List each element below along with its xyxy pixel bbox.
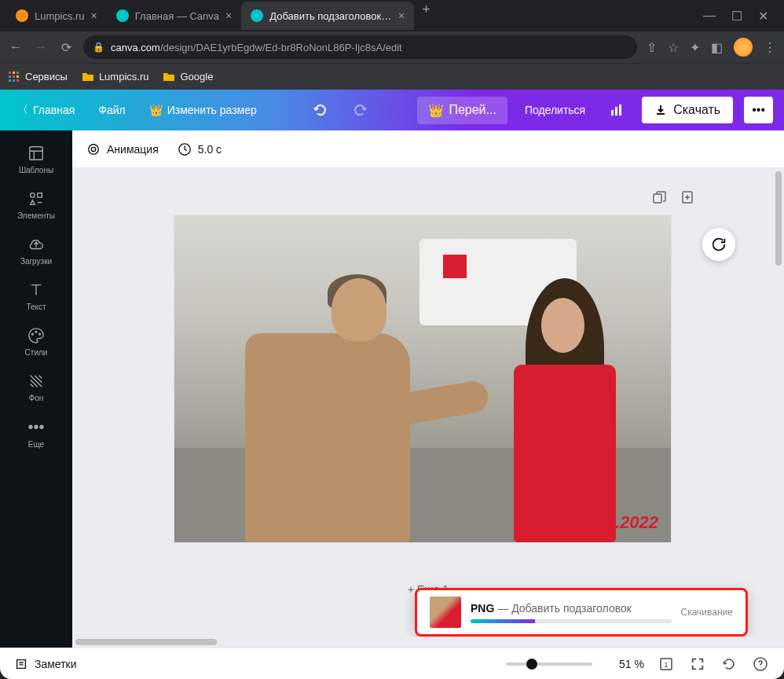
minimize-icon[interactable]: —: [703, 9, 716, 24]
browser-tab[interactable]: Lumpics.ru ×: [6, 2, 107, 30]
horizontal-scrollbar[interactable]: [72, 637, 773, 648]
file-menu[interactable]: Файл: [92, 99, 131, 121]
scrollbar-thumb[interactable]: [775, 171, 782, 266]
zoom-value: 51 %: [605, 658, 644, 670]
help-button[interactable]: [751, 655, 770, 673]
home-button[interactable]: 〈 Главная: [11, 98, 81, 122]
pages-view-button[interactable]: 1: [657, 655, 676, 673]
svg-rect-9: [611, 110, 614, 116]
design-image: 18.01.2022: [174, 215, 671, 542]
zoom-slider[interactable]: [506, 662, 592, 666]
extension-square-icon[interactable]: ◧: [711, 40, 723, 55]
favicon-icon: [16, 9, 28, 22]
profile-avatar[interactable]: [734, 38, 753, 57]
svg-rect-0: [9, 72, 11, 74]
svg-rect-8: [16, 79, 19, 82]
window-controls: — ☐ ✕: [694, 9, 778, 24]
sidebar-item-text[interactable]: Текст: [0, 273, 72, 319]
toast-thumbnail: [430, 596, 461, 628]
share-icon[interactable]: ⇧: [647, 40, 657, 55]
forward-button[interactable]: →: [33, 40, 49, 54]
progress-fill: [471, 619, 535, 623]
svg-point-20: [89, 144, 99, 154]
vertical-scrollbar[interactable]: [773, 168, 784, 637]
folder-icon: [163, 71, 175, 83]
back-button[interactable]: ←: [8, 40, 24, 54]
redo-button[interactable]: [346, 96, 374, 124]
svg-rect-23: [654, 194, 661, 203]
favicon-icon: [251, 9, 263, 22]
browser-tab-active[interactable]: Добавить подзаголовок — 12 ×: [241, 2, 414, 30]
svg-rect-1: [13, 72, 15, 74]
upgrade-button[interactable]: 👑 Перей...: [417, 97, 507, 124]
page-actions: [649, 187, 698, 207]
url-text: canva.com/design/DAE1yrbEgdw/Ed-br8RoNon…: [111, 42, 402, 53]
sidebar-item-uploads[interactable]: Загрузки: [0, 228, 72, 273]
progress-bar: [471, 619, 672, 623]
download-button[interactable]: Скачать: [642, 97, 733, 123]
more-menu[interactable]: •••: [744, 97, 773, 123]
sidebar-item-background[interactable]: Фон: [0, 365, 72, 410]
notes-label: Заметки: [35, 658, 77, 670]
undo-button[interactable]: [306, 96, 335, 124]
duration-button[interactable]: 5.0 с: [178, 142, 222, 156]
duplicate-page-button[interactable]: [649, 187, 669, 207]
url-input[interactable]: 🔒 canva.com/design/DAE1yrbEgdw/Ed-br8RoN…: [83, 35, 637, 59]
browser-tab[interactable]: Главная — Canva ×: [107, 2, 241, 30]
history-button[interactable]: [720, 655, 738, 673]
sidebar-label: Стили: [25, 348, 48, 357]
browser-tab-strip: Lumpics.ru × Главная — Canva × Добавить …: [0, 0, 784, 31]
redo-icon: [352, 102, 368, 118]
pages-icon: 1: [658, 656, 674, 672]
svg-rect-11: [619, 105, 621, 116]
crown-icon: 👑: [428, 103, 444, 118]
sidebar-item-templates[interactable]: Шаблоны: [0, 137, 72, 182]
add-page-button[interactable]: [677, 187, 698, 207]
fullscreen-button[interactable]: [688, 655, 707, 673]
undo-icon: [313, 102, 328, 118]
download-toast: PNG — Добавить подзаголовок Скачивание: [415, 588, 748, 637]
crown-icon: 👑: [149, 104, 163, 116]
scrollbar-thumb[interactable]: [75, 639, 217, 645]
upgrade-label: Перей...: [449, 103, 496, 117]
menu-icon[interactable]: ⋮: [764, 40, 776, 55]
animation-button[interactable]: Анимация: [86, 142, 159, 156]
maximize-icon[interactable]: ☐: [731, 9, 742, 24]
history-icon: [721, 656, 737, 672]
bookmark-label: Lumpics.ru: [99, 71, 149, 83]
notes-button[interactable]: Заметки: [14, 657, 77, 671]
close-window-icon[interactable]: ✕: [758, 9, 768, 24]
design-page[interactable]: 18.01.2022: [174, 215, 671, 542]
bookmark-item[interactable]: Lumpics.ru: [82, 71, 149, 83]
autoplay-button[interactable]: [702, 228, 735, 261]
resize-button[interactable]: 👑 Изменить размер: [143, 99, 263, 121]
analytics-button[interactable]: [603, 96, 631, 124]
share-button[interactable]: Поделиться: [518, 99, 592, 121]
main-area: Шаблоны Элементы Загрузки Текст Стили Фо…: [0, 130, 784, 648]
bookmark-apps[interactable]: Сервисы: [8, 71, 68, 83]
tab-title: Добавить подзаголовок — 12: [269, 10, 392, 22]
duplicate-icon: [651, 189, 667, 205]
sidebar-item-elements[interactable]: Элементы: [0, 182, 72, 228]
sidebar-item-more[interactable]: ••• Еще: [0, 410, 72, 457]
date-stamp: 18.01.2022: [572, 512, 658, 533]
canvas-viewport[interactable]: 18.01.2022 + Еще 1 PNG — Добавить подзаг…: [72, 168, 784, 648]
lock-icon: 🔒: [93, 42, 104, 53]
clock-icon: [178, 142, 192, 156]
sidebar-item-styles[interactable]: Стили: [0, 319, 72, 365]
extensions-icon[interactable]: ✦: [690, 40, 700, 55]
close-icon[interactable]: ×: [225, 9, 232, 22]
download-icon: [654, 104, 667, 116]
reload-button[interactable]: ⟳: [58, 40, 74, 55]
bookmark-item[interactable]: Google: [163, 71, 213, 83]
animation-label: Анимация: [107, 143, 159, 156]
close-icon[interactable]: ×: [398, 9, 405, 22]
chevron-left-icon: 〈: [17, 103, 28, 117]
duration-label: 5.0 с: [198, 143, 222, 156]
new-tab-button[interactable]: +: [414, 2, 438, 30]
slider-thumb[interactable]: [526, 659, 537, 670]
close-icon[interactable]: ×: [91, 9, 97, 22]
bookmark-star-icon[interactable]: ☆: [668, 40, 679, 55]
tab-title: Главная — Canva: [135, 10, 219, 22]
folder-icon: [82, 71, 94, 83]
